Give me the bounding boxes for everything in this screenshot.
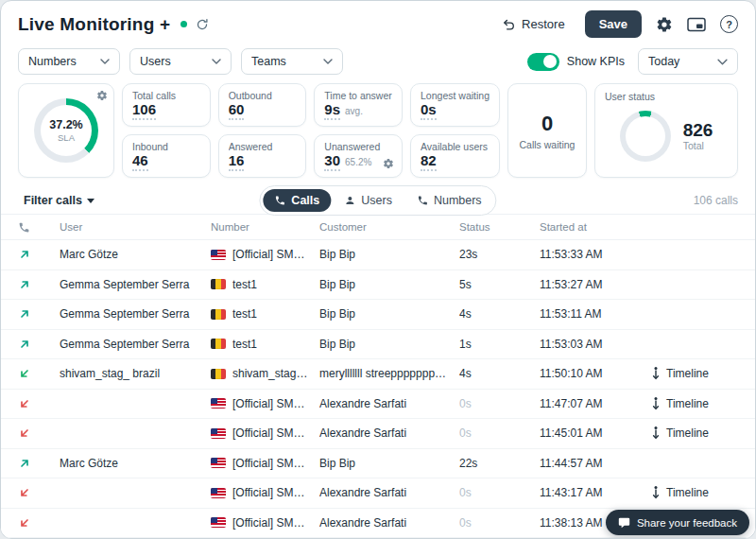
tab-users[interactable]: Users <box>333 189 404 212</box>
show-kpis-toggle[interactable] <box>527 53 559 71</box>
kpi-card-unanswered[interactable]: Unanswered 3065.2% <box>314 134 403 178</box>
gear-icon[interactable] <box>383 158 394 169</box>
country-flag-icon <box>211 517 226 528</box>
call-status: 22s <box>459 457 477 470</box>
sla-donut: 37.2% SLA <box>34 98 98 163</box>
user-name: Gemma September Serra <box>60 307 211 321</box>
share-feedback-button[interactable]: Share your feedback <box>606 510 749 535</box>
picture-in-picture-icon[interactable] <box>687 17 706 32</box>
table-row[interactable]: shivam_stag_ brazil shivam_stag_belg... … <box>1 359 755 390</box>
started-at: 11:47:07 AM <box>540 397 651 410</box>
calls-waiting-value: 0 <box>541 112 553 136</box>
started-at: 11:53:33 AM <box>540 248 651 261</box>
table-header: User Number Customer Status Started at <box>1 214 755 240</box>
column-header-number: Number <box>211 221 319 233</box>
started-at: 11:45:01 AM <box>540 426 651 440</box>
table-row[interactable]: [Official] SMS Test ... Alexandre Sarfat… <box>1 419 755 449</box>
help-icon[interactable]: ? <box>720 15 738 33</box>
kpi-card-total-calls[interactable]: Total calls 106 <box>122 83 211 127</box>
kpi-card-available-users[interactable]: Available users 82 <box>410 134 500 178</box>
tab-numbers[interactable]: Numbers <box>405 189 493 212</box>
live-status-dot <box>180 21 187 27</box>
table-row[interactable]: Gemma September Serra test1 Bip Bip 1s 1… <box>1 330 755 360</box>
timeline-button[interactable]: Timeline <box>651 426 709 441</box>
save-button[interactable]: Save <box>585 10 642 38</box>
users-dropdown[interactable]: Users <box>129 48 232 75</box>
number-name: [Official] SMS Test ... <box>232 248 310 261</box>
call-status: 5s <box>459 278 472 291</box>
table-row[interactable]: Gemma September Serra test1 Bip Bip 4s 1… <box>1 300 755 330</box>
undo-icon <box>502 17 516 31</box>
table-row[interactable]: Marc Götze [Official] SMS Test ... Bip B… <box>1 240 755 270</box>
timeline-icon <box>651 485 661 500</box>
call-direction-icon <box>18 426 60 440</box>
call-direction-icon <box>18 397 60 410</box>
table-row[interactable]: Gemma September Serra test1 Bip Bip 5s 1… <box>1 270 755 301</box>
country-flag-icon <box>211 369 226 379</box>
phone-icon <box>417 195 428 206</box>
timeline-button[interactable]: Timeline <box>651 366 709 381</box>
number-name: [Official] SMS Test ... <box>232 426 310 440</box>
table-row[interactable]: [Official] SMS Test ... Alexandre Sarfat… <box>1 390 755 420</box>
teams-dropdown[interactable]: Teams <box>241 48 343 75</box>
call-status: 0s <box>459 486 472 499</box>
user-status-card[interactable]: User status 826 Total <box>594 83 738 178</box>
kpi-card-outbound[interactable]: Outbound 60 <box>218 83 307 127</box>
phone-icon <box>274 195 285 206</box>
started-at: 11:53:03 AM <box>540 338 651 351</box>
call-status: 0s <box>459 397 472 410</box>
tab-calls[interactable]: Calls <box>263 189 331 212</box>
kpi-card-answered[interactable]: Answered 16 <box>218 134 307 178</box>
sla-label: SLA <box>58 132 75 143</box>
call-status: 23s <box>459 248 477 261</box>
number-name: test1 <box>232 278 257 291</box>
period-dropdown[interactable]: Today <box>638 48 738 75</box>
show-kpis-label: Show KPIs <box>567 55 625 68</box>
user-status-label: User status <box>605 91 728 102</box>
chat-bubble-icon <box>618 516 630 529</box>
timeline-button[interactable]: Timeline <box>651 485 709 500</box>
sla-card[interactable]: 37.2% SLA <box>18 83 114 178</box>
call-direction-icon <box>18 367 60 380</box>
kpi-card-time-to-answer[interactable]: Time to answer 9savg. <box>314 83 403 127</box>
country-flag-icon <box>211 250 226 260</box>
app-window: Live Monitoring + Restore Save ? Numbers <box>0 0 756 539</box>
restore-button[interactable]: Restore <box>496 16 571 32</box>
call-direction-icon <box>18 486 60 499</box>
number-name: shivam_stag_belg... <box>232 367 310 380</box>
country-flag-icon <box>211 458 226 468</box>
timeline-button[interactable]: Timeline <box>651 396 709 411</box>
table-row[interactable]: [Official] SMS Test ... Alexandre Sarfat… <box>1 478 755 509</box>
timeline-icon <box>651 426 661 441</box>
sla-value: 37.2% <box>49 118 82 131</box>
call-status: 0s <box>459 426 472 440</box>
number-name: [Official] SMS Test ... <box>232 457 310 470</box>
user-name: Marc Götze <box>60 457 211 470</box>
country-flag-icon <box>211 309 226 320</box>
kpi-card-inbound[interactable]: Inbound 46 <box>122 134 211 178</box>
number-name: [Official] SMS Test ... <box>232 486 310 499</box>
calls-waiting-card[interactable]: 0 Calls waiting <box>507 83 587 178</box>
settings-gear-icon[interactable] <box>656 16 673 33</box>
table-row[interactable]: Marc Götze [Official] SMS Test ... Bip B… <box>1 449 755 479</box>
user-name: Gemma September Serra <box>60 338 211 351</box>
started-at: 11:53:11 AM <box>540 307 651 321</box>
kpi-card-longest-waiting[interactable]: Longest waiting 0s <box>410 83 500 127</box>
started-at: 11:44:57 AM <box>540 457 651 470</box>
numbers-dropdown[interactable]: Numbers <box>18 48 120 75</box>
call-direction-icon <box>18 457 60 470</box>
page-title: Live Monitoring + <box>18 14 170 35</box>
chevron-down-icon <box>212 59 221 64</box>
restore-label: Restore <box>522 17 565 31</box>
customer-name: Bip Bip <box>319 457 459 470</box>
call-direction-icon <box>18 307 60 321</box>
number-name: [Official] SMS Test ... <box>232 516 310 530</box>
list-toolbar: Filter calls Calls Users Numbers 106 cal… <box>1 186 755 214</box>
calls-table: User Number Customer Status Started at M… <box>1 214 755 538</box>
user-icon <box>344 195 355 206</box>
column-header-status: Status <box>459 221 540 233</box>
refresh-icon[interactable] <box>196 18 209 31</box>
customer-name: Alexandre Sarfati <box>319 516 459 530</box>
call-direction-icon <box>18 338 60 351</box>
filter-calls-dropdown[interactable]: Filter calls <box>18 193 100 208</box>
